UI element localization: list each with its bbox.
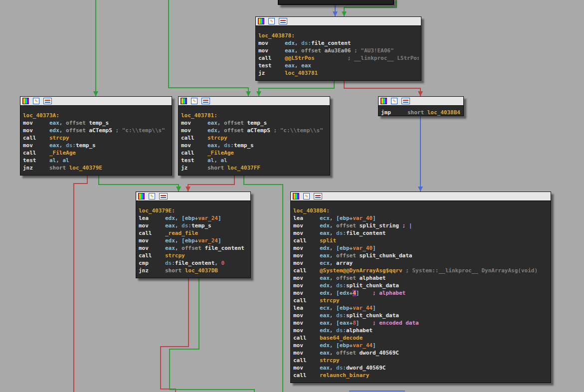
asm-line: moveax, offset temp_s [23,119,170,127]
asm-token-varo: var_44 [353,305,373,311]
asm-token-sym: aCTempS [89,127,112,134]
asm-line: moveax, ds:file_content [293,229,549,237]
graph-overview-icon[interactable] [401,98,410,104]
asm-token-sym: split_chunk_data [346,312,399,319]
graph-overview-icon[interactable] [159,193,168,199]
asm-token-mn: mov [293,312,320,319]
basic-block-loc_403878[interactable]: ✎loc_403878:movedx, ds:file_contentmovea… [255,16,421,81]
asm-token-mn: mov [293,274,320,282]
palette-icon[interactable] [258,18,264,24]
asm-token-reg: eax, [320,312,336,319]
palette-icon[interactable] [381,98,387,104]
edit-icon[interactable]: ✎ [149,193,155,199]
asm-token-seg: ds: [66,142,76,149]
asm-token-seg: ds: [336,230,346,236]
asm-token-mn: mov [293,259,320,267]
asm-token-mn: mov [293,222,320,229]
asm-token-reg: , [214,260,221,266]
edit-icon[interactable]: ✎ [191,98,197,104]
asm-token-mn: test [181,157,207,164]
asm-token-kw: offset [224,127,247,134]
asm-token-sym: temp_s [89,120,109,126]
asm-token-mn: call [23,134,49,142]
basic-block-loc_4038B4[interactable]: ✎loc_4038B4:leaecx, [ebp+var_40]movedx, … [290,192,551,383]
graph-edge-arrowhead [176,187,181,192]
asm-token-reg: ] [373,305,376,311]
asm-token-mn: call [139,229,165,237]
asm-token-mn: call [293,297,320,304]
asm-line: callrelaunch_binary [293,372,549,379]
asm-token-reg: eax, [320,230,336,236]
asm-token-pcmt: ; | [399,222,412,229]
asm-token-mn: mov [139,244,165,252]
asm-token-varo: var_40 [353,245,373,251]
asm-token-seg: ds: [165,260,175,266]
asm-token-fn: _FileAge [49,150,76,156]
asm-line: moveax, offset split_chunk_data [293,252,549,259]
asm-token-reg: edx, [ebp+ [165,215,198,221]
palette-icon[interactable] [293,193,299,199]
edit-icon[interactable]: ✎ [268,18,275,24]
asm-line: callbase64_decode [293,334,549,342]
block-code: jmpshort loc_4038B4 [379,106,463,116]
edit-icon[interactable]: ✎ [391,98,397,104]
block-titlebar[interactable]: ✎ [379,97,463,106]
asm-token-mn: mov [293,289,320,297]
asm-token-kw: offset [66,127,89,134]
basic-block-loc_40379E[interactable]: ✎loc_40379E:leaedx, [ebp+var_24]moveax, … [136,192,251,278]
basic-block-loc_403781[interactable]: ✎loc_403781:moveax, offset temp_smovedx,… [178,96,330,176]
asm-token-seg: ds: [182,222,192,229]
asm-token-mn: mov [293,349,320,357]
graph-overview-icon[interactable] [314,193,322,199]
asm-token-mn: mov [293,342,320,349]
graph-overview-icon[interactable] [279,18,287,24]
basic-block-loc_40373A[interactable]: ✎loc_40373A:moveax, offset temp_smovedx,… [20,96,172,176]
block-titlebar[interactable]: ✎ [179,97,330,106]
asm-line: leaedx, [ebp+var_24] [139,214,248,222]
asm-line: call_FileAge [181,149,328,157]
asm-token-fn: strcpy [207,135,227,141]
asm-line: moveax, offset aAu3Ea06 ; "AU3!EA06" [258,47,419,54]
block-titlebar[interactable]: ✎ [20,97,172,106]
edit-icon[interactable]: ✎ [303,193,310,199]
asm-token-mn: mov [181,119,207,127]
graph-edge-arrowhead [418,91,423,96]
edit-icon[interactable]: ✎ [33,98,39,104]
asm-token-seg: ds: [336,282,346,289]
asm-token-reg: eax, [49,142,66,149]
block-titlebar[interactable]: ✎ [136,192,250,201]
asm-line: callsplit [293,237,549,244]
asm-line: call_FileAge [23,149,170,157]
asm-token-mn: call [258,54,285,62]
asm-token-mn: mov [293,244,320,252]
graph-edge-arrowhead [418,187,423,192]
asm-line: testal, al [181,157,328,164]
graph-overview-icon[interactable] [43,98,52,104]
palette-icon[interactable] [22,98,29,104]
asm-token-reg: eax, [49,120,66,126]
asm-token-varo: var_40 [353,215,373,221]
asm-line: moveax, ds:temp_s [139,222,248,229]
asm-token-mn: lea [139,214,165,222]
asm-line: jzshort loc_4037FF [181,164,328,172]
palette-icon[interactable] [138,193,145,199]
basic-block-jmp-block[interactable]: ✎jmpshort loc_4038B4 [378,96,464,116]
asm-token-fn: strcpy [320,297,340,304]
asm-token-kw: short [407,109,427,116]
asm-token-sym: temp_s [76,142,96,149]
asm-token-mn: test [23,157,49,164]
asm-token-sym: file_content [311,40,351,46]
asm-token-mn: mov [181,127,207,134]
graph-view[interactable]: ✎loc_403878:movedx, ds:file_contentmovea… [0,0,584,392]
asm-token-mn: call [293,237,320,244]
graph-edge-red [188,176,234,192]
asm-token-reg: ] [218,237,221,244]
palette-icon[interactable] [181,98,187,104]
graph-overview-icon[interactable] [201,98,210,104]
block-titlebar[interactable]: ✎ [291,192,551,201]
asm-token-reg: eax, [320,252,336,259]
block-titlebar[interactable]: ✎ [256,17,421,26]
asm-token-varo: var_24 [198,215,218,221]
block-code: loc_403878:movedx, ds:file_contentmoveax… [256,26,421,77]
asm-token-fn: strcpy [49,135,69,141]
